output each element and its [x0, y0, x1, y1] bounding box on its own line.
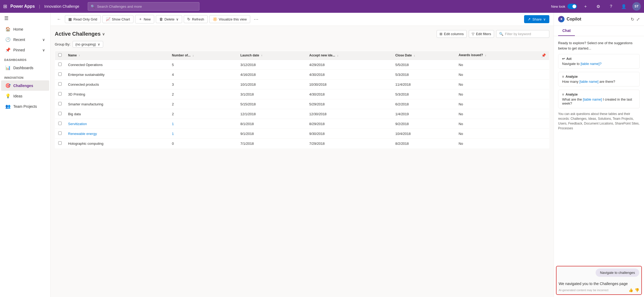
- dashboards-label: Dashboards: [13, 66, 34, 70]
- new-button[interactable]: ＋ New: [135, 15, 154, 23]
- search-bar[interactable]: 🔍 Search Challenges and more: [88, 2, 199, 11]
- table-row[interactable]: Enterprise sustainability 4 4/16/2018 4/…: [55, 70, 549, 80]
- copilot-expand-icon[interactable]: ⤢: [636, 17, 640, 22]
- sidebar-item-dashboards[interactable]: 📊 Dashboards: [1, 63, 49, 73]
- share-button[interactable]: ↗ Share ∨: [524, 15, 549, 23]
- row-name[interactable]: Connected products: [65, 80, 169, 89]
- row-awarded: No: [455, 129, 549, 139]
- col-accept-sort: ↓: [337, 54, 338, 57]
- table-row[interactable]: Renewable energy 1 9/1/2018 9/30/2018 10…: [55, 129, 549, 139]
- feedback-icons: 👍 👎: [629, 288, 639, 292]
- sidebar-toggle[interactable]: ☰: [0, 13, 50, 24]
- view-title[interactable]: Active Challenges ∨: [55, 31, 105, 37]
- row-checkbox[interactable]: [55, 70, 65, 80]
- sidebar-item-home[interactable]: 🏠 Home: [1, 24, 49, 34]
- copilot-suggestion-analyze-1[interactable]: ≡ Analyze How many [table name] are ther…: [558, 72, 640, 86]
- row-launch-date: 4/16/2018: [237, 70, 306, 80]
- table-row[interactable]: Connected products 3 10/1/2018 10/30/201…: [55, 80, 549, 89]
- row-checkbox[interactable]: [55, 99, 65, 109]
- col-launch[interactable]: Launch date ↑: [237, 51, 306, 60]
- sidebar-item-pinned[interactable]: 📌 Pinned ∨: [1, 45, 49, 55]
- col-number[interactable]: Number of... ↓: [169, 51, 237, 60]
- row-checkbox[interactable]: [55, 89, 65, 99]
- filters-icon: ▽: [472, 32, 474, 36]
- table-row[interactable]: Smarter manufacturing 2 5/15/2018 5/29/2…: [55, 99, 549, 109]
- row-checkbox[interactable]: [55, 129, 65, 139]
- row-name[interactable]: Servitization: [65, 119, 169, 129]
- row-awarded: No: [455, 70, 549, 80]
- row-number[interactable]: 1: [169, 119, 237, 129]
- col-close-label: Close Date: [395, 53, 412, 57]
- visualize-button[interactable]: 🔆 Visualize this view: [209, 15, 250, 23]
- col-accept[interactable]: Accept new ide... ↓: [306, 51, 392, 60]
- col-close[interactable]: Close Date ↓: [392, 51, 455, 60]
- row-name[interactable]: Renewable energy: [65, 129, 169, 139]
- row-awarded: No: [455, 109, 549, 119]
- sidebar-item-team-projects[interactable]: 👥 Team Projects: [1, 101, 49, 112]
- copilot-suggestion-act[interactable]: ↩ Act Navigate to [table name]?: [558, 54, 640, 69]
- help-icon[interactable]: ？: [607, 2, 615, 11]
- row-checkbox[interactable]: [55, 139, 65, 148]
- copilot-tab-chat[interactable]: Chat: [558, 26, 575, 36]
- row-name[interactable]: Connected Operations: [65, 60, 169, 70]
- edit-columns-button[interactable]: ⊞ Edit columns: [437, 30, 467, 38]
- row-checkbox[interactable]: [55, 109, 65, 119]
- row-checkbox[interactable]: [55, 80, 65, 89]
- sidebar-item-ideas[interactable]: 💡 Ideas: [1, 91, 49, 101]
- new-look-switch[interactable]: [567, 4, 577, 9]
- col-number-label: Number of...: [172, 53, 190, 57]
- col-launch-label: Launch date: [240, 53, 259, 57]
- sidebar-item-recent[interactable]: 🕐 Recent ∨: [1, 34, 49, 45]
- refresh-button[interactable]: ↻ Refresh: [184, 15, 208, 23]
- copilot-refresh-icon[interactable]: ↻: [631, 17, 634, 22]
- row-checkbox[interactable]: [55, 119, 65, 129]
- waffle-icon[interactable]: ⊞: [3, 3, 7, 9]
- team-projects-icon: 👥: [5, 104, 11, 109]
- table-row[interactable]: Holographic computing 0 7/1/2018 7/29/20…: [55, 139, 549, 148]
- row-close-date: 5/3/2018: [392, 70, 455, 80]
- thumbs-down-icon[interactable]: 👎: [635, 288, 639, 292]
- row-name[interactable]: Enterprise sustainability: [65, 70, 169, 80]
- delete-button[interactable]: 🗑 Delete ∨: [156, 15, 182, 23]
- row-close-date: 5/5/2018: [392, 60, 455, 70]
- group-by-select[interactable]: (no grouping) ∨: [73, 41, 103, 48]
- sidebar-item-challenges[interactable]: 🎯 Challenges: [1, 80, 49, 91]
- add-button[interactable]: ＋: [581, 2, 590, 11]
- delete-icon: 🗑: [159, 17, 163, 21]
- read-only-grid-button[interactable]: ▦ Read Only Grid: [65, 15, 101, 23]
- act-icon: ↩: [562, 57, 565, 61]
- table-row[interactable]: Servitization 1 8/1/2018 8/29/2018 9/2/2…: [55, 119, 549, 129]
- table-row[interactable]: Big data 2 12/1/2018 12/30/2018 1/4/2019…: [55, 109, 549, 119]
- row-number[interactable]: 1: [169, 129, 237, 139]
- row-close-date: 1/4/2019: [392, 109, 455, 119]
- user-message-bubble: Navigate to challenges: [596, 269, 639, 277]
- persona-icon[interactable]: 👤: [620, 2, 628, 11]
- data-table: Name ↑ Number of... ↓ Launch date ↑ Ac: [55, 51, 549, 148]
- search-icon: 🔍: [91, 5, 95, 9]
- col-awarded[interactable]: Awards issued? ↓ 📌: [455, 51, 549, 60]
- edit-filters-button[interactable]: ▽ Edit filters: [469, 30, 494, 38]
- copilot-suggestion-analyze-2[interactable]: ≡ Analyze What are the [table name] I cr…: [558, 90, 640, 108]
- recent-label: Recent: [13, 38, 25, 42]
- table-row[interactable]: 3D Printing 2 3/1/2018 4/30/2018 5/3/201…: [55, 89, 549, 99]
- row-name[interactable]: Holographic computing: [65, 139, 169, 148]
- filter-input[interactable]: 🔍 Filter by keyword: [496, 30, 549, 38]
- analyze-1-link: [table name]: [579, 80, 599, 84]
- thumbs-up-icon[interactable]: 👍: [629, 288, 633, 292]
- settings-icon[interactable]: ⚙: [594, 2, 603, 11]
- row-name[interactable]: 3D Printing: [65, 89, 169, 99]
- avatar[interactable]: ST: [632, 2, 641, 11]
- row-launch-date: 3/1/2018: [237, 89, 306, 99]
- col-name[interactable]: Name ↑: [65, 51, 169, 60]
- row-name[interactable]: Big data: [65, 109, 169, 119]
- show-chart-button[interactable]: 📈 Show Chart: [102, 15, 133, 23]
- row-name[interactable]: Smarter manufacturing: [65, 99, 169, 109]
- back-button[interactable]: ←: [55, 15, 63, 23]
- more-options-button[interactable]: ⋯: [252, 15, 260, 23]
- row-accept-date: 5/29/2018: [306, 99, 392, 109]
- row-number: 4: [169, 70, 237, 80]
- row-checkbox[interactable]: [55, 60, 65, 70]
- select-all-checkbox[interactable]: [55, 51, 65, 60]
- col-close-sort: ↓: [414, 54, 415, 57]
- table-row[interactable]: Connected Operations 5 3/12/2018 4/29/20…: [55, 60, 549, 70]
